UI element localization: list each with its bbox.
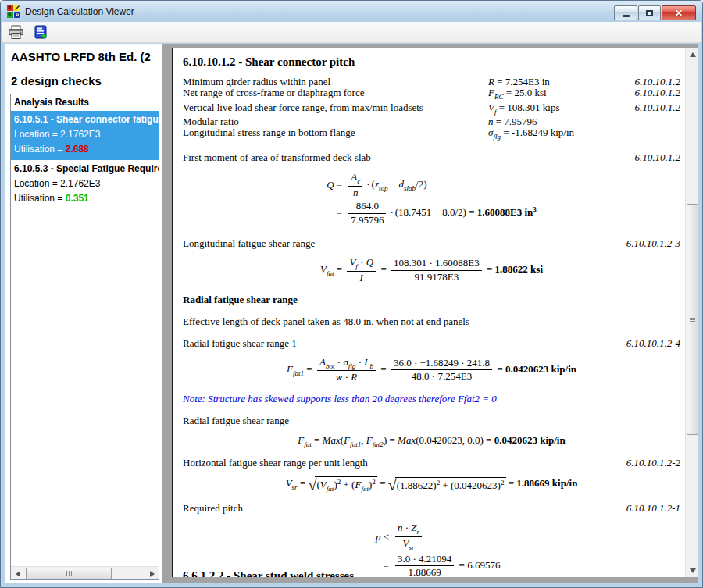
design-checks-count: 2 design checks xyxy=(11,74,159,87)
scroll-right-arrow[interactable] xyxy=(145,567,159,580)
right-arrow-icon xyxy=(150,571,155,577)
section-row: Effective length of deck panel taken as … xyxy=(183,315,680,328)
utilisation-value: 0.351 xyxy=(66,193,89,204)
minimize-button[interactable] xyxy=(614,5,637,20)
param-value: n = 7.95796 xyxy=(488,116,619,127)
utilisation-value: 2.688 xyxy=(66,144,89,155)
subsection-heading: Radial fatigue shear range xyxy=(183,293,680,306)
equation-q: Q = Acn·(ztop − dslab/2) = 864.07.95796·… xyxy=(327,169,537,228)
minimize-icon xyxy=(623,15,630,17)
result-item-title: 6.10.5.1 - Shear connector fatigue xyxy=(14,112,155,127)
section-label: Required pitch xyxy=(183,501,626,515)
scroll-up-arrow[interactable] xyxy=(686,48,699,61)
close-button[interactable]: ✕ xyxy=(662,5,696,20)
param-value: Vf = 108.301 kips xyxy=(488,102,619,117)
thumb-grip-icon xyxy=(66,571,72,576)
result-item-6-10-5-3[interactable]: 6.10.5.3 - Special Fatigue Require Locat… xyxy=(11,160,159,209)
param-label: Longitudinal stress range in bottom flan… xyxy=(183,127,488,142)
result-item-title: 6.10.5.3 - Special Fatigue Require xyxy=(14,162,155,176)
printer-icon xyxy=(8,25,24,40)
close-icon: ✕ xyxy=(675,9,683,18)
result-item-location: Location = 2.1762E3 xyxy=(14,176,155,191)
content-area: AASHTO LRFD 8th Ed. (2 2 design checks A… xyxy=(5,44,698,583)
app-icon xyxy=(7,5,20,18)
document-page: 6.10.10.1.2 - Shear connector pitch Mini… xyxy=(172,48,686,577)
param-ref: 6.10.10.1.2 xyxy=(619,102,680,117)
param-ref: 6.10.10.1.2 xyxy=(619,77,680,87)
sidebar: AASHTO LRFD 8th Ed. (2 2 design checks A… xyxy=(5,44,162,583)
param-row: Net range of cross-frame or diaphragm fo… xyxy=(183,87,680,102)
param-row: Longitudinal stress range in bottom flan… xyxy=(183,127,680,142)
up-arrow-icon xyxy=(690,52,696,57)
left-arrow-icon xyxy=(16,571,20,577)
next-section-heading: 6.6.1.2.2 - Shear stud weld stresses xyxy=(183,569,354,577)
param-label: Net range of cross-frame or diaphragm fo… xyxy=(183,87,488,102)
equation-pitch: p ≤ n · ZrVsr = 3.0 · 4.210941.88669 = 6… xyxy=(363,520,501,577)
param-row: Modular ratio n = 7.95796 xyxy=(183,116,680,127)
param-value: R = 7.254E3 in xyxy=(488,77,619,87)
scroll-down-arrow[interactable] xyxy=(686,564,699,577)
param-ref: 6.10.10.1.2 xyxy=(619,87,680,102)
listbox-empty-space xyxy=(11,209,159,566)
note-text: Note: Structure has skewed supports less… xyxy=(183,392,680,405)
section-label: First moment of area of transformed deck… xyxy=(183,151,635,164)
param-value: FRC = 25.0 ksi xyxy=(488,87,619,102)
thumb-grip-icon xyxy=(690,318,695,322)
section-label: Radial fatigue shear range 1 xyxy=(183,337,626,350)
param-label: Minimum girder radius within panel xyxy=(183,77,488,87)
equation-ffat: Ffat = Max(Ffat1, Ffat2) = Max(0.0420623… xyxy=(183,434,680,448)
result-item-location: Location = 2.1762E3 xyxy=(14,127,155,142)
toolbar xyxy=(2,22,701,43)
param-ref xyxy=(619,116,680,127)
section-row: First moment of area of transformed deck… xyxy=(183,151,680,164)
equation-ffat1: Ffat1 = Abot · σflg · Lbw · R = 36.0 · −… xyxy=(183,357,680,383)
section-ref: 6.10.10.1.2 xyxy=(635,151,681,164)
param-ref xyxy=(619,127,680,142)
param-label: Vertical live load shear force range, fr… xyxy=(183,102,488,117)
param-label: Modular ratio xyxy=(183,116,488,127)
add-report-icon xyxy=(33,25,49,40)
design-code-title: AASHTO LRFD 8th Ed. (2 xyxy=(11,50,159,63)
section-label: Longitudinal fatigue shear range xyxy=(183,237,626,250)
section-ref: 6.10.10.1.2-1 xyxy=(626,501,680,515)
result-item-utilisation: Utilisation = 0.351 xyxy=(14,191,155,206)
section-ref: 6.10.10.1.2-3 xyxy=(626,237,680,250)
equation-vfat: Vfat = Vf · QI = 108.301 · 1.60088E391.9… xyxy=(183,257,680,283)
param-row: Minimum girder radius within panel R = 7… xyxy=(183,77,680,87)
equation-vsr: Vsr = √(Vfat)2 + (Ffat)2 = √(1.88622)2 +… xyxy=(183,476,680,493)
section-row: Radial fatigue shear range xyxy=(183,414,680,427)
document-vertical-scrollbar[interactable] xyxy=(685,48,698,577)
print-button[interactable] xyxy=(6,23,25,41)
section-heading: 6.10.10.1.2 - Shear connector pitch xyxy=(183,55,680,69)
section-label: Effective length of deck panel taken as … xyxy=(183,315,680,328)
section-row: Horizontal fatigue shear range per unit … xyxy=(183,456,680,469)
vertical-scroll-thumb[interactable] xyxy=(687,204,698,435)
section-row: Longitudinal fatigue shear range 6.10.10… xyxy=(183,237,680,250)
document-area: 6.10.10.1.2 - Shear connector pitch Mini… xyxy=(162,44,698,583)
section-label: Horizontal fatigue shear range per unit … xyxy=(183,456,626,469)
design-calculation-viewer-window: Design Calculation Viewer ✕ xyxy=(0,0,703,588)
section-ref: 6.10.10.1.2-4 xyxy=(626,337,680,350)
results-listbox: Analysis Results 6.10.5.1 - Shear connec… xyxy=(10,94,159,580)
maximize-icon xyxy=(646,10,653,16)
window-title: Design Calculation Viewer xyxy=(25,6,614,17)
section-row: Required pitch 6.10.10.1.2-1 xyxy=(183,501,680,515)
maximize-button[interactable] xyxy=(638,5,661,20)
param-value: σflg = -1.68249 kip/in xyxy=(488,127,619,142)
horizontal-scroll-thumb[interactable] xyxy=(26,568,112,579)
add-to-report-button[interactable] xyxy=(31,23,50,41)
titlebar[interactable]: Design Calculation Viewer ✕ xyxy=(1,1,702,22)
section-label: Radial fatigue shear range xyxy=(183,414,680,427)
section-ref: 6.10.10.1.2-2 xyxy=(626,456,680,469)
result-item-6-10-5-1[interactable]: 6.10.5.1 - Shear connector fatigue Locat… xyxy=(11,111,159,160)
result-item-utilisation: Utilisation = 2.688 xyxy=(14,142,155,157)
section-row: Radial fatigue shear range 1 6.10.10.1.2… xyxy=(183,337,680,350)
down-arrow-icon xyxy=(690,568,696,573)
scroll-left-arrow[interactable] xyxy=(11,567,24,580)
results-header: Analysis Results xyxy=(11,94,159,111)
sidebar-horizontal-scrollbar[interactable] xyxy=(11,566,159,579)
param-row: Vertical live load shear force range, fr… xyxy=(183,102,680,117)
